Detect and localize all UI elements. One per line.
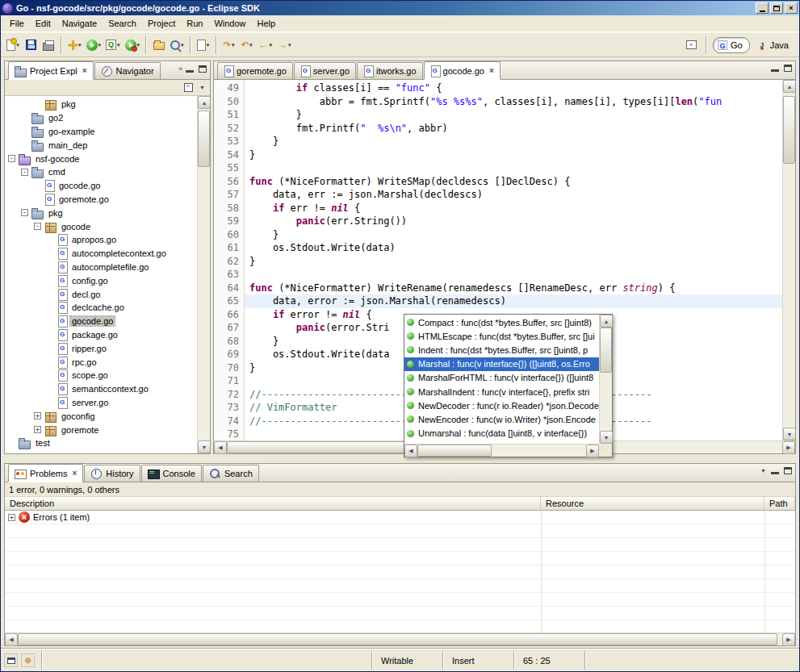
autocomplete-item[interactable]: Marshal : func(v interface{}) ([]uint8, … xyxy=(404,357,599,371)
coverage-button[interactable]: Q▾ xyxy=(103,35,123,55)
explorer-tab-overflow-icon[interactable]: » xyxy=(178,65,181,73)
back-button[interactable]: ←▾ xyxy=(256,35,275,55)
autocomplete-item[interactable]: Indent : func(dst *bytes.Buffer, src []u… xyxy=(404,343,599,357)
editor-minimize-icon[interactable] xyxy=(771,65,779,72)
tree-item-rpc-go[interactable]: rpc.go xyxy=(5,355,197,369)
autocomplete-item[interactable]: NewEncoder : func(w io.Writer) *json.Enc… xyxy=(404,412,599,426)
close-button[interactable]: × xyxy=(785,2,798,14)
problems-tab-problems[interactable]: Problems× xyxy=(8,464,83,482)
profile-dropdown-icon[interactable]: ▾ xyxy=(137,42,140,48)
previous-annotation-dropdown-icon[interactable]: ▾ xyxy=(249,42,253,48)
tree-item-scope-go[interactable]: scope.go xyxy=(5,369,197,382)
open-perspective-button[interactable]: + xyxy=(682,35,700,55)
editor-tab-itworks-go[interactable]: itworks.go xyxy=(357,62,423,79)
code-line[interactable]: } xyxy=(245,255,782,269)
tree-item-semanticcontext-go[interactable]: semanticcontext.go xyxy=(5,382,197,396)
plus-expander-icon[interactable]: + xyxy=(8,514,15,521)
column-header-path[interactable]: Path xyxy=(764,497,795,510)
autocomplete-hscrollbar[interactable]: ◀ ▶ xyxy=(404,444,599,457)
new-dropdown-icon[interactable]: ▾ xyxy=(16,42,19,48)
editor-vscrollbar-thumb[interactable] xyxy=(783,96,795,164)
minus-expander-icon[interactable]: - xyxy=(34,223,41,230)
problems-tab-console[interactable]: Console xyxy=(141,465,202,482)
problems-tab-history[interactable]: History xyxy=(84,465,140,482)
explorer-view-menu-icon[interactable]: ▼ xyxy=(199,85,205,90)
scroll-down-icon[interactable]: ▼ xyxy=(198,440,210,453)
external-tools-dropdown-icon[interactable]: ▾ xyxy=(78,42,82,48)
problems-minimize-icon[interactable] xyxy=(771,467,779,474)
coverage-dropdown-icon[interactable]: ▾ xyxy=(117,42,120,48)
autocomplete-item[interactable]: HTMLEscape : func(dst *bytes.Buffer, src… xyxy=(404,329,599,343)
autocomplete-item[interactable]: Unmarshal : func(data []uint8, v interfa… xyxy=(404,427,599,440)
tree-item-autocompletecontext-go[interactable]: autocompletecontext.go xyxy=(5,247,197,261)
code-line[interactable]: os.Stdout.Write(data) xyxy=(245,241,782,255)
new-fast-view-button[interactable]: ⊕ xyxy=(21,653,35,667)
menu-navigate[interactable]: Navigate xyxy=(57,16,103,31)
scroll-up-icon[interactable]: ▲ xyxy=(783,80,795,93)
title-bar[interactable]: Go - nsf-gocode/src/pkg/gocode/gocode.go… xyxy=(1,1,799,15)
tree-item-test[interactable]: test xyxy=(5,436,197,450)
autocomplete-hscrollbar-thumb[interactable] xyxy=(417,445,492,457)
tree-item-apropos-go[interactable]: apropos.go xyxy=(5,233,197,247)
search-dropdown-icon[interactable]: ▾ xyxy=(181,42,184,48)
tree-scrollbar-thumb[interactable] xyxy=(198,111,210,167)
editor-tab-goremote-go[interactable]: goremote.go xyxy=(217,62,293,79)
menu-search[interactable]: Search xyxy=(103,16,142,31)
menu-window[interactable]: Window xyxy=(208,16,251,31)
plus-expander-icon[interactable]: + xyxy=(34,412,41,419)
print-button[interactable] xyxy=(40,35,57,55)
tree-item-nsf-gocode[interactable]: -nsf-gocode xyxy=(5,152,197,165)
scroll-left-icon[interactable]: ◀ xyxy=(214,441,227,454)
editor-vscrollbar[interactable]: ▲ ▼ xyxy=(782,80,795,440)
new-element-button[interactable]: ▾ xyxy=(195,35,212,55)
editor-tab-gocode-go[interactable]: gocode.go× xyxy=(424,61,501,80)
next-annotation-button[interactable]: ↷▾ xyxy=(220,35,238,55)
external-tools-button[interactable]: ▾ xyxy=(65,35,84,55)
save-button[interactable] xyxy=(22,35,40,55)
scroll-down-icon[interactable]: ▼ xyxy=(600,431,613,444)
search-button[interactable]: ▾ xyxy=(168,35,186,55)
new-button[interactable]: ▾ xyxy=(4,35,22,55)
code-line[interactable]: data, err := json.Marshal(decldescs) xyxy=(245,188,782,202)
code-line[interactable]: abbr = fmt.Sprintf("%s %s%s", classes[i]… xyxy=(245,95,782,109)
tree-item-gocode-go[interactable]: gocode.go xyxy=(5,315,197,328)
fast-view-button[interactable] xyxy=(4,653,18,667)
menu-project[interactable]: Project xyxy=(142,16,181,31)
tree-item-pkg[interactable]: pkg xyxy=(5,98,197,111)
run-button[interactable]: ▾ xyxy=(84,35,104,55)
problems-maximize-icon[interactable] xyxy=(784,467,792,474)
autocomplete-vscrollbar[interactable]: ▲ ▼ xyxy=(599,315,612,444)
tree-item-main-dep[interactable]: main_dep xyxy=(5,138,197,152)
code-line[interactable] xyxy=(245,268,782,282)
minus-expander-icon[interactable]: - xyxy=(21,169,28,176)
collapse-all-icon[interactable] xyxy=(184,83,193,92)
problems-hscrollbar-thumb[interactable] xyxy=(18,633,777,645)
back-dropdown-icon[interactable]: ▾ xyxy=(270,42,273,48)
tree-item-ripper-go[interactable]: ripper.go xyxy=(5,341,197,355)
menu-file[interactable]: File xyxy=(4,16,30,31)
minus-expander-icon[interactable]: - xyxy=(8,155,15,162)
scroll-left-icon[interactable]: ◀ xyxy=(404,445,417,457)
maximize-button[interactable] xyxy=(770,2,783,14)
code-line[interactable]: fmt.Printf(" %s\n", abbr) xyxy=(245,122,782,136)
menu-help[interactable]: Help xyxy=(252,16,282,31)
tree-item-cmd[interactable]: -cmd xyxy=(5,165,197,179)
tree-item-pkg[interactable]: -pkg xyxy=(5,206,197,219)
close-tab-icon[interactable]: × xyxy=(72,470,77,478)
minus-expander-icon[interactable]: - xyxy=(21,209,28,216)
code-line[interactable] xyxy=(245,161,782,175)
scroll-down-icon[interactable]: ▼ xyxy=(783,428,795,440)
scroll-right-icon[interactable]: ▶ xyxy=(782,441,795,454)
menu-run[interactable]: Run xyxy=(181,16,208,31)
code-line[interactable]: func (*NiceFormatter) WriteRename(rename… xyxy=(245,282,782,295)
close-tab-icon[interactable]: × xyxy=(489,67,494,75)
profile-button[interactable]: ▾ xyxy=(123,35,143,55)
tree-item-autocompletefile-go[interactable]: autocompletefile.go xyxy=(5,261,197,274)
tree-item-go-example[interactable]: go-example xyxy=(5,125,197,139)
autocomplete-item[interactable]: MarshalForHTML : func(v interface{}) ([]… xyxy=(404,371,599,385)
new-element-dropdown-icon[interactable]: ▾ xyxy=(207,42,210,48)
tree-item-server-go[interactable]: server.go xyxy=(5,396,197,410)
tree-item-gocode[interactable]: -gocode xyxy=(5,219,197,233)
tree-item-decl-go[interactable]: decl.go xyxy=(5,287,197,301)
autocomplete-vscrollbar-thumb[interactable] xyxy=(600,328,612,373)
